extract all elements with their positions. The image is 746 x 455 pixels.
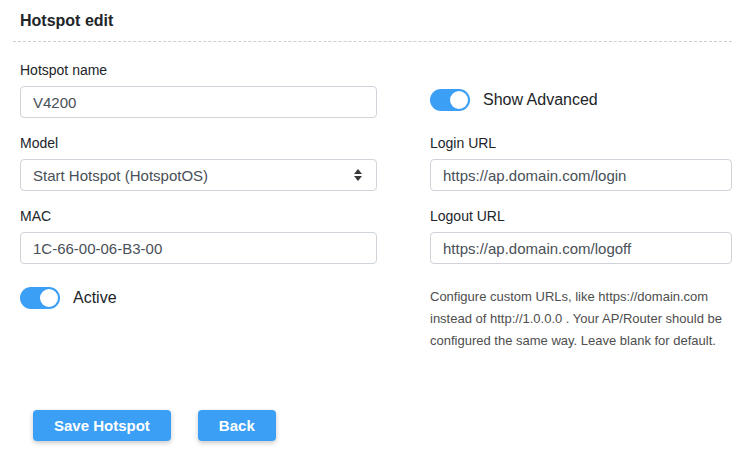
mac-input[interactable]	[20, 232, 377, 264]
hotspot-name-input[interactable]	[20, 86, 377, 118]
toggle-knob	[40, 289, 58, 307]
login-url-input[interactable]	[430, 159, 732, 191]
model-group: Model Start Hotspot (HotspotOS)	[20, 133, 377, 191]
model-label: Model	[20, 133, 377, 153]
login-url-group: Login URL	[430, 133, 732, 191]
hotspot-name-label: Hotspot name	[20, 60, 377, 80]
mac-label: MAC	[20, 206, 377, 226]
actions-bar: Save Hotspot Back	[33, 410, 732, 441]
save-hotspot-button[interactable]: Save Hotspot	[33, 410, 171, 441]
active-toggle-label: Active	[73, 289, 117, 307]
active-toggle-row: Active	[20, 287, 377, 309]
logout-url-label: Logout URL	[430, 206, 732, 226]
mac-group: MAC	[20, 206, 377, 264]
toggle-knob	[450, 91, 468, 109]
custom-urls-help-text: Configure custom URLs, like https://doma…	[430, 286, 732, 352]
select-updown-icon	[354, 169, 362, 181]
form-grid: Hotspot name Model Start Hotspot (Hotspo…	[20, 60, 732, 352]
show-advanced-toggle[interactable]	[430, 89, 470, 111]
logout-url-group: Logout URL	[430, 206, 732, 264]
active-toggle[interactable]	[20, 287, 60, 309]
right-column: Show Advanced Login URL Logout URL Confi…	[430, 60, 732, 352]
back-button[interactable]: Back	[198, 410, 276, 441]
hotspot-edit-page: Hotspot edit Hotspot name Model Start Ho…	[0, 0, 746, 455]
model-select[interactable]: Start Hotspot (HotspotOS)	[20, 159, 377, 191]
logout-url-input[interactable]	[430, 232, 732, 264]
page-title: Hotspot edit	[20, 12, 732, 30]
show-advanced-toggle-row: Show Advanced	[430, 89, 732, 111]
hotspot-name-group: Hotspot name	[20, 60, 377, 118]
left-column: Hotspot name Model Start Hotspot (Hotspo…	[20, 60, 377, 352]
model-select-value: Start Hotspot (HotspotOS)	[33, 167, 208, 184]
login-url-label: Login URL	[430, 133, 732, 153]
divider	[13, 41, 732, 42]
show-advanced-toggle-label: Show Advanced	[483, 91, 598, 109]
